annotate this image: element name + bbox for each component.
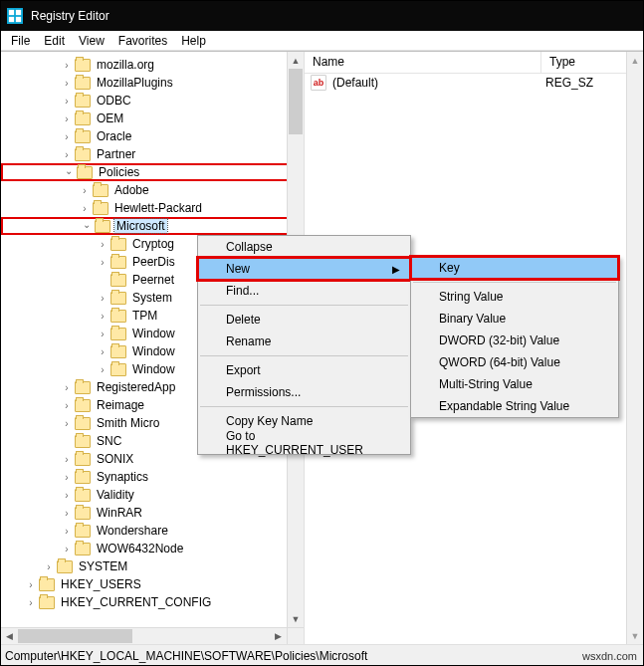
tree-item-label: WinRAR (95, 506, 144, 520)
tree-item-label: Hewlett-Packard (112, 201, 204, 215)
expander-icon[interactable] (79, 185, 91, 196)
expander-icon[interactable] (97, 239, 108, 250)
expander-icon[interactable] (25, 597, 37, 608)
scroll-left-button[interactable]: ◀ (1, 628, 18, 644)
tree-item-label: HKEY_CURRENT_CONFIG (59, 595, 213, 609)
ctx-item-new[interactable]: New▶ (198, 258, 410, 280)
menu-help[interactable]: Help (175, 32, 212, 50)
new-item-qword-64-bit-value[interactable]: QWORD (64-bit) Value (411, 351, 618, 373)
expander-icon[interactable] (61, 149, 73, 160)
expander-icon[interactable] (97, 257, 108, 268)
expander-icon[interactable] (25, 579, 37, 590)
tree-item-label: SNC (95, 434, 123, 448)
tree-item-hkey-current-config[interactable]: HKEY_CURRENT_CONFIG (1, 593, 304, 611)
expander-icon[interactable] (61, 113, 73, 124)
tree-item-label: WOW6432Node (95, 542, 185, 555)
menu-file[interactable]: File (5, 32, 36, 50)
expander-icon[interactable] (61, 472, 73, 483)
ctx-item-rename[interactable]: Rename (198, 331, 410, 352)
scroll-up-button[interactable]: ▲ (627, 52, 643, 69)
tree-item-microsoft[interactable]: Microsoft (1, 217, 304, 235)
expander-icon[interactable] (97, 364, 108, 375)
expander-icon[interactable] (61, 544, 73, 555)
submenu-new[interactable]: KeyString ValueBinary ValueDWORD (32-bit… (410, 256, 619, 418)
menu-item-label: QWORD (64-bit) Value (439, 355, 560, 369)
expander-icon[interactable] (61, 454, 73, 465)
expander-icon[interactable] (61, 526, 73, 537)
tree-item-mozilla-org[interactable]: mozilla.org (1, 56, 304, 74)
tree-item-policies[interactable]: Policies (1, 163, 304, 181)
menu-item-label: Multi-String Value (439, 377, 533, 391)
folder-icon (75, 543, 91, 555)
tree-item-hkey-users[interactable]: HKEY_USERS (1, 575, 304, 593)
new-item-dword-32-bit-value[interactable]: DWORD (32-bit) Value (411, 330, 618, 351)
expander-icon[interactable] (61, 400, 73, 411)
expander-icon[interactable] (79, 203, 91, 214)
expander-icon[interactable] (61, 382, 73, 393)
expander-icon[interactable] (61, 508, 73, 519)
expander-icon[interactable] (43, 561, 55, 572)
ctx-item-export[interactable]: Export (198, 359, 410, 381)
tree-item-winrar[interactable]: WinRAR (1, 504, 304, 522)
folder-icon (110, 310, 126, 323)
expander-icon[interactable] (61, 78, 73, 89)
svg-rect-2 (9, 17, 14, 22)
tree-horizontal-scrollbar[interactable]: ◀ ▶ (1, 627, 304, 644)
tree-item-synaptics[interactable]: Synaptics (1, 468, 304, 486)
tree-item-label: PeerDis (130, 255, 177, 269)
tree-item-system[interactable]: SYSTEM (1, 557, 304, 575)
list-row[interactable]: ab (Default) REG_SZ (305, 74, 643, 92)
folder-icon (95, 220, 110, 233)
hscroll-thumb[interactable] (18, 629, 132, 643)
expander-icon[interactable] (61, 60, 73, 71)
new-item-binary-value[interactable]: Binary Value (411, 308, 618, 330)
expander-icon[interactable] (61, 131, 73, 142)
menu-edit[interactable]: Edit (38, 32, 71, 50)
tree-item-wow6432node[interactable]: WOW6432Node (1, 540, 304, 557)
scroll-down-button[interactable]: ▼ (288, 610, 304, 627)
menu-separator (200, 305, 408, 306)
ctx-item-permissions-[interactable]: Permissions... (198, 381, 410, 403)
ctx-item-find-[interactable]: Find... (198, 280, 410, 302)
scroll-right-button[interactable]: ▶ (270, 628, 287, 644)
tree-item-hewlett-packard[interactable]: Hewlett-Packard (1, 199, 304, 217)
menu-view[interactable]: View (73, 32, 110, 50)
tree-item-adobe[interactable]: Adobe (1, 181, 304, 199)
expander-icon[interactable] (61, 96, 73, 107)
column-name[interactable]: Name (305, 52, 541, 73)
scroll-down-button[interactable]: ▼ (627, 627, 643, 644)
expander-icon[interactable] (63, 167, 75, 178)
tree-item-odbc[interactable]: ODBC (1, 92, 304, 110)
tree-item-validity[interactable]: Validity (1, 486, 304, 504)
expander-icon[interactable] (61, 490, 73, 501)
tree-item-oracle[interactable]: Oracle (1, 127, 304, 145)
tree-item-label: MozillaPlugins (95, 76, 175, 90)
tree-item-wondershare[interactable]: Wondershare (1, 522, 304, 540)
expander-icon[interactable] (97, 293, 108, 304)
new-item-multi-string-value[interactable]: Multi-String Value (411, 373, 618, 395)
context-menu[interactable]: CollapseNew▶Find...DeleteRenameExportPer… (197, 235, 411, 455)
ctx-item-go-to-hkey-current-user[interactable]: Go to HKEY_CURRENT_USER (198, 432, 410, 454)
menu-favorites[interactable]: Favorites (112, 32, 173, 50)
tree-item-mozillaplugins[interactable]: MozillaPlugins (1, 74, 304, 92)
expander-icon[interactable] (61, 418, 73, 429)
scroll-thumb[interactable] (289, 69, 303, 134)
new-item-expandable-string-value[interactable]: Expandable String Value (411, 395, 618, 417)
expander-icon[interactable] (97, 329, 108, 339)
menu-item-label: Rename (226, 334, 271, 348)
expander-icon[interactable] (81, 221, 93, 232)
status-path: Computer\HKEY_LOCAL_MACHINE\SOFTWARE\Pol… (5, 649, 367, 663)
new-item-string-value[interactable]: String Value (411, 286, 618, 308)
expander-icon[interactable] (97, 346, 108, 357)
ctx-item-collapse[interactable]: Collapse (198, 236, 410, 258)
ctx-item-delete[interactable]: Delete (198, 309, 410, 331)
folder-icon (75, 525, 91, 538)
folder-icon (93, 184, 108, 197)
tree-item-oem[interactable]: OEM (1, 110, 304, 127)
tree-item-partner[interactable]: Partner (1, 145, 304, 163)
tree-item-label: Policies (97, 165, 141, 179)
new-item-key[interactable]: Key (411, 257, 618, 279)
list-vertical-scrollbar[interactable]: ▲ ▼ (626, 52, 643, 644)
expander-icon[interactable] (97, 311, 108, 322)
scroll-up-button[interactable]: ▲ (288, 52, 304, 69)
